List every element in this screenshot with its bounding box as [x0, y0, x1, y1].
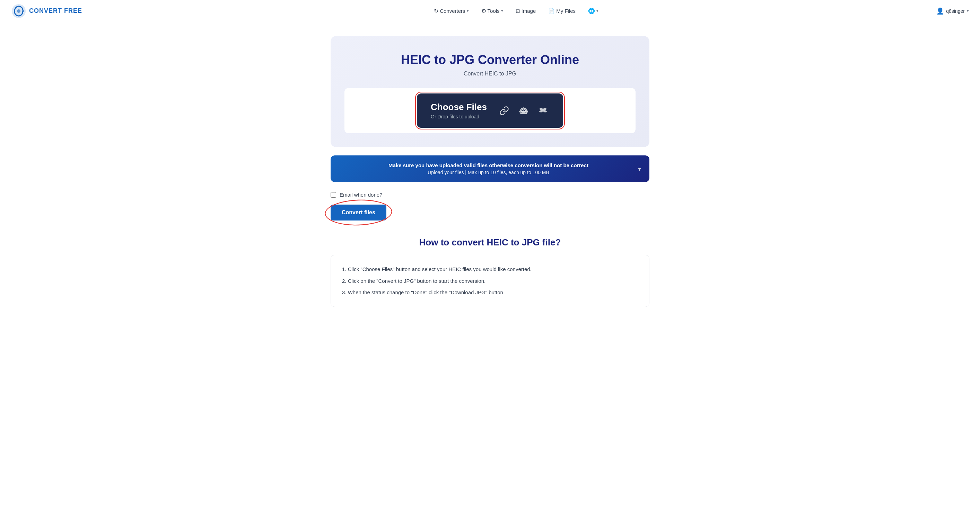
nav-image[interactable]: ⊡ Image	[511, 5, 541, 17]
hero-subtitle: Convert HEIC to JPG	[344, 71, 636, 77]
nav-converters[interactable]: ↻ Converters ▾	[429, 5, 473, 17]
upload-background: Choose Files Or Drop files to upload	[344, 88, 636, 133]
how-to-step-3: 3. When the status change to "Done" clic…	[342, 288, 638, 297]
navbar: CONVERT FREE ↻ Converters ▾ ⚙ Tools ▾ ⊡ …	[0, 0, 980, 22]
tools-chevron-icon: ▾	[501, 9, 503, 13]
converters-chevron-icon: ▾	[467, 9, 469, 13]
nav-globe[interactable]: 🌐 ▾	[583, 5, 603, 17]
globe-icon: 🌐	[588, 8, 595, 14]
how-to-section: How to convert HEIC to JPG file? 1. Clic…	[331, 237, 649, 307]
upload-text: Choose Files Or Drop files to upload	[431, 102, 487, 119]
hero-title: HEIC to JPG Converter Online	[344, 52, 636, 67]
logo-svg	[11, 3, 26, 19]
nav-tools[interactable]: ⚙ Tools ▾	[476, 5, 508, 17]
info-banner: Make sure you have uploaded valid files …	[331, 155, 649, 182]
convert-button[interactable]: Convert files	[331, 204, 387, 220]
how-to-step-2: 2. Click on the "Convert to JPG" button …	[342, 277, 638, 285]
upload-area[interactable]: Choose Files Or Drop files to upload	[417, 94, 563, 128]
info-banner-subtitle: Upload your files | Max up to 10 files, …	[339, 170, 638, 175]
hero-section: HEIC to JPG Converter Online Convert HEI…	[331, 36, 649, 147]
converters-icon: ↻	[434, 8, 438, 14]
navbar-nav: ↻ Converters ▾ ⚙ Tools ▾ ⊡ Image 📄 My Fi…	[96, 5, 936, 17]
nav-myfiles[interactable]: 📄 My Files	[543, 5, 581, 17]
how-to-title: How to convert HEIC to JPG file?	[331, 237, 649, 248]
myfiles-icon: 📄	[548, 8, 555, 14]
info-banner-content: Make sure you have uploaded valid files …	[339, 162, 638, 175]
image-icon: ⊡	[515, 8, 520, 14]
link-upload-icon[interactable]	[498, 105, 511, 117]
user-icon: 👤	[936, 7, 944, 15]
link-svg-icon	[500, 106, 509, 116]
svg-point-3	[17, 10, 21, 13]
email-row: Email when done?	[331, 192, 649, 198]
main-content: HEIC to JPG Converter Online Convert HEI…	[324, 22, 656, 328]
tools-icon: ⚙	[481, 8, 486, 14]
logo-link[interactable]: CONVERT FREE	[11, 3, 82, 19]
google-drive-upload-icon[interactable]	[517, 105, 530, 117]
globe-chevron-icon: ▾	[597, 9, 598, 13]
upload-icons-group	[498, 105, 549, 117]
dropbox-upload-icon[interactable]	[537, 105, 549, 117]
dropbox-svg-icon	[538, 106, 548, 116]
user-menu[interactable]: 👤 q8singer ▾	[936, 7, 969, 15]
upload-title: Choose Files	[431, 102, 487, 113]
email-label[interactable]: Email when done?	[340, 192, 382, 198]
convert-button-wrapper: Convert files	[331, 204, 387, 220]
info-banner-title: Make sure you have uploaded valid files …	[339, 162, 638, 168]
how-to-box: 1. Click "Choose Files" button and selec…	[331, 255, 649, 307]
how-to-step-1: 1. Click "Choose Files" button and selec…	[342, 265, 638, 274]
upload-subtitle: Or Drop files to upload	[431, 114, 487, 119]
email-checkbox[interactable]	[331, 192, 336, 198]
info-banner-chevron-icon[interactable]: ▾	[638, 165, 641, 173]
user-chevron-icon: ▾	[967, 9, 969, 13]
logo-text: CONVERT FREE	[29, 7, 82, 14]
navbar-right: 👤 q8singer ▾	[936, 7, 969, 15]
drive-svg-icon	[519, 106, 528, 116]
